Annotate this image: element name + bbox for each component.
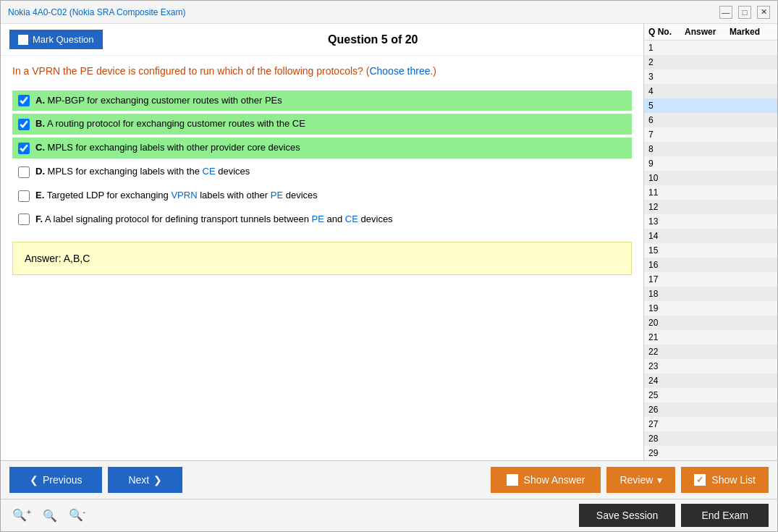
q-number-10: 10 [648,173,685,183]
show-answer-button[interactable]: Show Answer [491,467,601,493]
show-list-button[interactable]: ✓ Show List [681,467,769,493]
q-list-row-6[interactable]: 6 [644,113,777,127]
title-bar: Nokia 4A0-C02 (Nokia SRA Composite Exam)… [1,1,777,24]
next-button[interactable]: Next ❯ [108,467,182,493]
option-label-e: E. Targeted LDP for exchanging VPRN labe… [35,190,318,202]
main-content: Mark Question Question 5 of 20 In a VPRN… [1,24,777,460]
question-text-part2: device is configured to run which of the… [93,65,369,77]
q-list-row-5[interactable]: 5 [644,98,777,113]
q-number-21: 21 [648,332,685,342]
restore-button[interactable]: □ [738,6,751,19]
mark-checkbox-icon [18,35,28,45]
q-list-row-14[interactable]: 14 [644,229,777,243]
q-list-row-4[interactable]: 4 [644,84,777,98]
previous-button[interactable]: ❮ Previous [9,467,102,493]
option-row-e: E. Targeted LDP for exchanging VPRN labe… [12,185,632,206]
zoom-in-button[interactable]: 🔍+ [9,507,34,523]
previous-label: Previous [43,474,82,486]
q-number-13: 13 [648,216,685,227]
show-list-label: Show List [711,474,756,486]
q-list-row-13[interactable]: 13 [644,214,777,229]
minimize-button[interactable]: — [719,6,732,19]
option-checkbox-d[interactable] [18,166,30,178]
q-number-3: 3 [648,72,685,82]
q-number-27: 27 [648,419,685,429]
top-bar: Mark Question Question 5 of 20 [1,24,643,56]
mark-question-label: Mark Question [33,34,94,45]
q-list-row-15[interactable]: 15 [644,243,777,258]
q-number-1: 1 [648,43,685,53]
previous-arrow-icon: ❮ [30,474,38,486]
zoom-reset-button[interactable]: 🔍 [40,507,60,524]
bottom-bar: ❮ Previous Next ❯ Show Answer Review ▾ ✓… [1,460,777,499]
q-list-row-11[interactable]: 11 [644,185,777,200]
q-list-row-12[interactable]: 12 [644,200,777,214]
close-button[interactable]: ✕ [757,6,770,19]
q-number-16: 16 [648,260,685,270]
q-number-7: 7 [648,130,685,140]
q-list-row-19[interactable]: 19 [644,301,777,316]
q-list-row-25[interactable]: 25 [644,388,777,402]
show-answer-icon [507,474,518,486]
options-list: A. MP-BGP for exchanging customer routes… [12,90,632,230]
q-list-row-2[interactable]: 2 [644,55,777,69]
option-checkbox-a[interactable] [18,95,30,106]
review-button[interactable]: Review ▾ [606,467,675,493]
question-text-part3: .) [430,65,436,77]
q-list-row-7[interactable]: 7 [644,127,777,142]
question-area: Mark Question Question 5 of 20 In a VPRN… [1,24,643,460]
q-number-15: 15 [648,245,685,256]
q-number-25: 25 [648,390,685,400]
save-session-button[interactable]: Save Session [579,504,676,527]
very-bottom-bar: 🔍+ 🔍 🔍- Save Session End Exam [1,499,777,531]
q-list-row-9[interactable]: 9 [644,156,777,171]
q-list-row-18[interactable]: 18 [644,287,777,301]
app-window: Nokia 4A0-C02 (Nokia SRA Composite Exam)… [0,0,778,532]
answer-text: Answer: A,B,C [25,253,90,264]
q-list-row-28[interactable]: 28 [644,431,777,446]
q-list-row-3[interactable]: 3 [644,69,777,84]
q-list-header: Q No. Answer Marked [644,24,777,41]
zoom-out-button[interactable]: 🔍- [66,507,88,523]
option-row-f: F. A label signaling protocol for defini… [12,209,632,230]
window-controls: — □ ✕ [719,6,770,19]
q-list-row-24[interactable]: 24 [644,373,777,388]
option-label-c: C. MPLS for exchanging labels with other… [35,142,300,154]
q-list-row-21[interactable]: 21 [644,330,777,345]
q-number-6: 6 [648,115,685,125]
q-list-row-8[interactable]: 8 [644,142,777,156]
answer-box: Answer: A,B,C [12,242,632,275]
option-label-d: D. MPLS for exchanging labels with the C… [35,166,250,178]
q-number-11: 11 [648,187,685,198]
q-number-17: 17 [648,274,685,284]
q-number-12: 12 [648,202,685,212]
col-qno: Q No. [648,27,685,37]
end-exam-button[interactable]: End Exam [681,504,769,527]
option-checkbox-f[interactable] [18,214,30,225]
col-marked: Marked [730,27,773,37]
q-list-row-17[interactable]: 17 [644,272,777,287]
question-highlight-pe: PE [80,65,93,77]
mark-question-button[interactable]: Mark Question [9,30,103,49]
q-list-row-10[interactable]: 10 [644,171,777,185]
option-label-b: B. A routing protocol for exchanging cus… [35,118,305,130]
q-list-row-22[interactable]: 22 [644,345,777,359]
q-number-23: 23 [648,361,685,371]
option-checkbox-e[interactable] [18,190,30,202]
col-answer: Answer [685,27,730,37]
q-list-row-1[interactable]: 1 [644,41,777,55]
option-checkbox-b[interactable] [18,119,30,130]
option-checkbox-c[interactable] [18,143,30,154]
q-number-19: 19 [648,303,685,313]
q-list-row-29[interactable]: 29 [644,446,777,460]
q-list-row-16[interactable]: 16 [644,258,777,272]
show-answer-label: Show Answer [524,474,585,486]
q-list-row-26[interactable]: 26 [644,402,777,417]
q-list-row-20[interactable]: 20 [644,316,777,330]
q-list-row-23[interactable]: 23 [644,359,777,373]
save-session-label: Save Session [596,510,659,521]
next-arrow-icon: ❯ [153,474,162,486]
review-arrow-icon: ▾ [657,474,662,486]
question-choose-text: Choose three [369,65,430,77]
q-list-row-27[interactable]: 27 [644,417,777,431]
